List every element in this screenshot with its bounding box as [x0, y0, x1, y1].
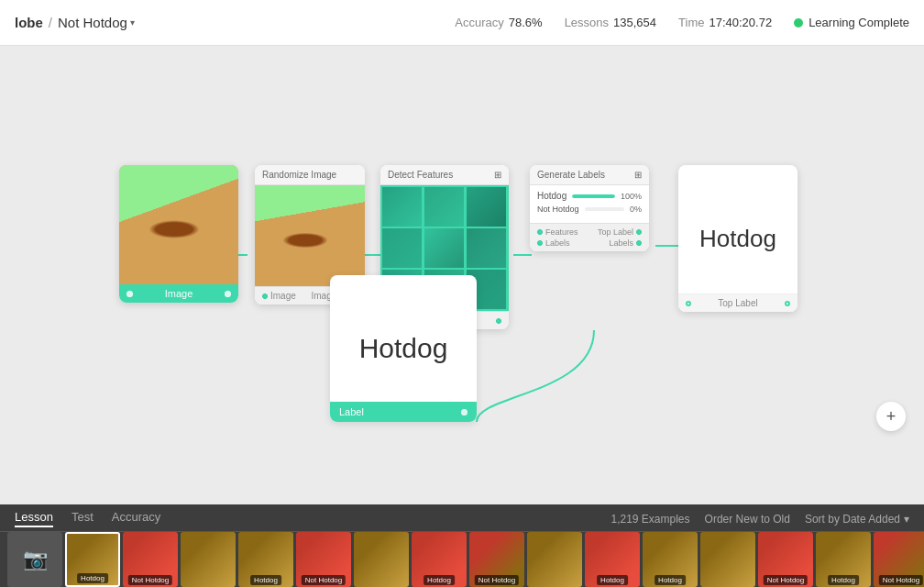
learning-complete-status: Learning Complete — [794, 16, 909, 29]
label-row-not-hotdog: Not Hotdog 0% — [537, 205, 642, 214]
result-port-out-icon — [785, 301, 790, 306]
sort-date-dropdown[interactable]: Sort by Date Added ▾ — [805, 513, 909, 526]
image-preview — [119, 165, 238, 284]
port-in-icon — [262, 294, 268, 299]
thumb-item[interactable] — [354, 532, 409, 587]
image-node-footer: Image — [119, 284, 238, 303]
header-stats: Accuracy 78.6% Lessons 135,654 Time 17:4… — [455, 16, 909, 29]
thumb-item[interactable]: Not Hotdog — [758, 532, 813, 587]
label-row-hotdog: Hotdog 100% — [537, 191, 642, 201]
result-port-icon — [686, 301, 691, 306]
breadcrumb-sep: / — [49, 15, 52, 30]
chevron-down-icon: ▾ — [130, 17, 135, 28]
generate-labels-node[interactable]: Generate Labels ⊞ Hotdog 100% Not Hotdog… — [530, 165, 649, 251]
thumb-item[interactable]: Not Hotdog — [123, 532, 178, 587]
features-port-icon — [537, 229, 543, 235]
lessons-stat: Lessons 135,654 — [565, 16, 656, 29]
labels-icon: ⊞ — [634, 170, 642, 180]
thumb-item[interactable]: Not Hotdog — [469, 532, 524, 587]
labels-port-icon — [537, 240, 543, 246]
pipeline-canvas: Image Randomize Image Image Image Detect… — [0, 46, 924, 504]
chevron-sort-icon: ▾ — [904, 513, 909, 526]
top-label-port-icon — [636, 229, 642, 235]
camera-icon: 📷 — [23, 548, 48, 571]
thumb-item[interactable]: Hotdog — [65, 532, 120, 587]
detect-icon: ⊞ — [494, 170, 501, 180]
detect-port-out-icon — [496, 318, 501, 324]
thumb-item[interactable]: Hotdog — [412, 532, 467, 587]
result-node[interactable]: Hotdog Top Label — [678, 165, 798, 312]
thumb-item[interactable]: Not Hotdog — [296, 532, 351, 587]
image-node[interactable]: Image — [119, 165, 238, 303]
hotdog-label-text: Hotdog — [359, 333, 448, 364]
thumb-item[interactable] — [700, 532, 755, 587]
result-footer: Top Label — [678, 294, 798, 312]
labels-header: Generate Labels ⊞ — [530, 165, 649, 185]
detect-header: Detect Features ⊞ — [380, 165, 509, 185]
thumb-item[interactable]: Not Hotdog — [874, 532, 924, 587]
thumb-item[interactable] — [527, 532, 582, 587]
thumb-item[interactable]: Hotdog — [585, 532, 640, 587]
project-name[interactable]: Not Hotdog ▾ — [58, 15, 135, 30]
accuracy-stat: Accuracy 78.6% — [455, 16, 542, 29]
labels-content: Hotdog 100% Not Hotdog 0% — [530, 185, 649, 223]
app-header: lobe / Not Hotdog ▾ Accuracy 78.6% Lesso… — [0, 0, 924, 46]
label-port-icon — [461, 409, 468, 415]
port-dot-icon — [126, 291, 133, 297]
examples-count: 1,219 Examples — [610, 513, 689, 526]
label-bar-hotdog — [572, 194, 615, 198]
tab-accuracy[interactable]: Accuracy — [112, 510, 160, 527]
header-left: lobe / Not Hotdog ▾ — [15, 15, 135, 30]
camera-thumb[interactable]: 📷 — [7, 532, 62, 587]
thumb-item[interactable]: Hotdog — [238, 532, 293, 587]
bottom-tabs-right: 1,219 Examples Order New to Old Sort by … — [610, 513, 909, 526]
labels-footer: Features Labels Top Label Labels — [530, 223, 649, 251]
port-dot-out-icon — [225, 291, 231, 297]
thumbnail-strip: 📷 Hotdog Not Hotdog Hotdog Not Hotdog Ho… — [0, 532, 924, 587]
sort-order[interactable]: Order New to Old — [705, 513, 790, 526]
add-button[interactable]: + — [876, 402, 906, 431]
tab-test[interactable]: Test — [72, 510, 94, 527]
bottom-tabs: Lesson Test Accuracy 1,219 Examples Orde… — [0, 504, 924, 532]
randomize-preview — [255, 185, 365, 286]
hotdog-label-footer: Label — [330, 402, 477, 422]
bottom-tabs-left: Lesson Test Accuracy — [15, 510, 160, 527]
result-text: Hotdog — [699, 225, 776, 253]
bottom-bar: Lesson Test Accuracy 1,219 Examples Orde… — [0, 504, 924, 587]
thumb-item[interactable] — [181, 532, 236, 587]
time-stat: Time 17:40:20.72 — [678, 16, 772, 29]
image-label: Image — [165, 288, 193, 299]
randomize-header: Randomize Image — [255, 165, 365, 185]
thumb-item[interactable]: Hotdog — [643, 532, 698, 587]
thumb-item[interactable]: Hotdog — [816, 532, 871, 587]
app-logo[interactable]: lobe — [15, 15, 43, 30]
hotdog-label-box[interactable]: Hotdog Label — [330, 275, 477, 422]
label-bar-not-hotdog — [585, 207, 624, 211]
labels-out-port-icon — [636, 240, 642, 246]
tab-lesson[interactable]: Lesson — [15, 510, 53, 527]
status-dot-icon — [794, 18, 803, 28]
